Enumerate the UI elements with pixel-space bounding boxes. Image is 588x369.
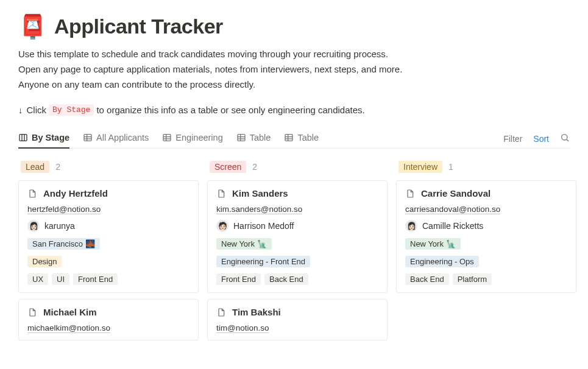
- hint-line: ↓ Click By Stage to organize this info a…: [18, 104, 570, 116]
- stage-count: 2: [252, 162, 257, 172]
- column-lead: Lead2Andy Hertzfeldhertzfeld@notion.so👩🏻…: [18, 160, 199, 340]
- tag-skill: Platform: [453, 273, 492, 285]
- card-assignee: 👩🏻karunya: [27, 220, 190, 232]
- department-tags: Engineering - Front End: [216, 256, 378, 267]
- tag-location: New York 🗽: [405, 238, 461, 250]
- department-tags: Design: [27, 256, 190, 267]
- svg-rect-11: [238, 135, 245, 141]
- tab-table[interactable]: Table: [284, 129, 319, 149]
- applicant-card[interactable]: Andy Hertzfeldhertzfeld@notion.so👩🏻karun…: [18, 180, 199, 293]
- stage-count: 1: [448, 162, 453, 172]
- tab-label: By Stage: [32, 133, 69, 142]
- card-email: michaelkim@notion.so: [27, 323, 190, 332]
- column-header: Screen2: [207, 160, 388, 174]
- desc-line1: Use this template to schedule and track …: [18, 47, 570, 62]
- svg-point-19: [562, 135, 567, 140]
- tag-department: Engineering - Front End: [216, 256, 310, 267]
- page-description: Use this template to schedule and track …: [18, 47, 570, 92]
- avatar: 👩🏻: [405, 220, 417, 232]
- tab-all-applicants[interactable]: All Applicants: [83, 129, 149, 149]
- assignee-name: karunya: [44, 221, 75, 231]
- tag-department: Design: [27, 256, 62, 267]
- stage-count: 2: [55, 162, 60, 172]
- applicant-card[interactable]: Michael Kimmichaelkim@notion.so: [18, 299, 199, 340]
- stage-pill[interactable]: Screen: [210, 161, 246, 173]
- location-tags: New York 🗽: [216, 238, 378, 250]
- card-email: hertzfeld@notion.so: [27, 205, 190, 214]
- page-icon: 📮: [18, 15, 47, 38]
- column-screen: Screen2Kim Sanderskim.sanders@notion.so🧑…: [207, 160, 388, 340]
- stage-pill[interactable]: Interview: [398, 161, 442, 173]
- tag-skill: Front End: [216, 273, 261, 285]
- skill-tags: UXUIFront End: [27, 273, 190, 285]
- assignee-name: Camille Ricketts: [422, 221, 483, 231]
- svg-line-20: [567, 139, 569, 141]
- tab-table[interactable]: Table: [236, 129, 271, 149]
- department-tags: Engineering - Ops: [405, 256, 567, 267]
- hint-code: By Stage: [49, 104, 94, 116]
- tag-department: Engineering - Ops: [405, 256, 479, 267]
- avatar: 👩🏻: [27, 220, 40, 232]
- hint-prefix: Click: [27, 105, 47, 115]
- tag-skill: Back End: [264, 273, 308, 285]
- svg-rect-0: [19, 135, 27, 141]
- desc-line3: Anyone on any team can contribute to the…: [18, 77, 570, 93]
- skill-tags: Front EndBack End: [216, 273, 378, 285]
- card-title: Carrie Sandoval: [421, 188, 491, 199]
- tag-skill: Back End: [405, 273, 449, 285]
- card-assignee: 👩🏻Camille Ricketts: [405, 220, 567, 232]
- location-tags: San Francisco 🌉: [27, 238, 190, 250]
- sort-button[interactable]: Sort: [533, 134, 549, 144]
- tab-by-stage[interactable]: By Stage: [18, 129, 69, 149]
- card-title: Andy Hertzfeld: [43, 188, 108, 199]
- tag-skill: Front End: [73, 273, 118, 285]
- applicant-card[interactable]: Kim Sanderskim.sanders@notion.so🧑🏻Harris…: [207, 180, 388, 293]
- svg-rect-3: [84, 135, 91, 141]
- filter-button[interactable]: Filter: [503, 134, 522, 144]
- desc-line2: Open any page to capture application mat…: [18, 62, 570, 77]
- tab-label: Table: [297, 133, 319, 142]
- tag-location: San Francisco 🌉: [27, 238, 100, 250]
- card-title: Kim Sanders: [232, 188, 288, 199]
- location-tags: New York 🗽: [405, 238, 567, 250]
- hint-suffix: to organize this info as a table or see …: [96, 105, 364, 115]
- applicant-card[interactable]: Tim Bakshitim@notion.so: [207, 299, 388, 340]
- svg-rect-7: [163, 135, 171, 141]
- stage-pill[interactable]: Lead: [21, 161, 49, 173]
- card-email: kim.sanders@notion.so: [216, 205, 378, 214]
- column-interview: Interview1Carrie Sandovalcarriesandoval@…: [396, 160, 576, 293]
- applicant-card[interactable]: Carrie Sandovalcarriesandoval@notion.so👩…: [396, 180, 576, 293]
- skill-tags: Back EndPlatform: [405, 273, 567, 285]
- tab-label: Engineering: [175, 133, 222, 142]
- card-email: carriesandoval@notion.so: [405, 205, 567, 214]
- tab-engineering[interactable]: Engineering: [162, 129, 222, 149]
- page-title: Applicant Tracker: [54, 15, 223, 38]
- search-icon[interactable]: [560, 133, 570, 144]
- column-header: Lead2: [18, 160, 199, 174]
- tag-skill: UX: [27, 273, 48, 285]
- down-arrow-icon: ↓: [18, 105, 23, 115]
- tab-label: All Applicants: [96, 133, 149, 142]
- tag-location: New York 🗽: [216, 238, 272, 250]
- tab-label: Table: [250, 133, 271, 142]
- card-title: Michael Kim: [43, 307, 97, 317]
- assignee-name: Harrison Medoff: [233, 221, 294, 231]
- tag-skill: UI: [52, 273, 69, 285]
- card-email: tim@notion.so: [216, 323, 378, 332]
- card-assignee: 🧑🏻Harrison Medoff: [216, 220, 378, 232]
- avatar: 🧑🏻: [216, 220, 228, 232]
- svg-rect-15: [285, 135, 292, 141]
- card-title: Tim Bakshi: [232, 307, 281, 317]
- column-header: Interview1: [396, 160, 576, 174]
